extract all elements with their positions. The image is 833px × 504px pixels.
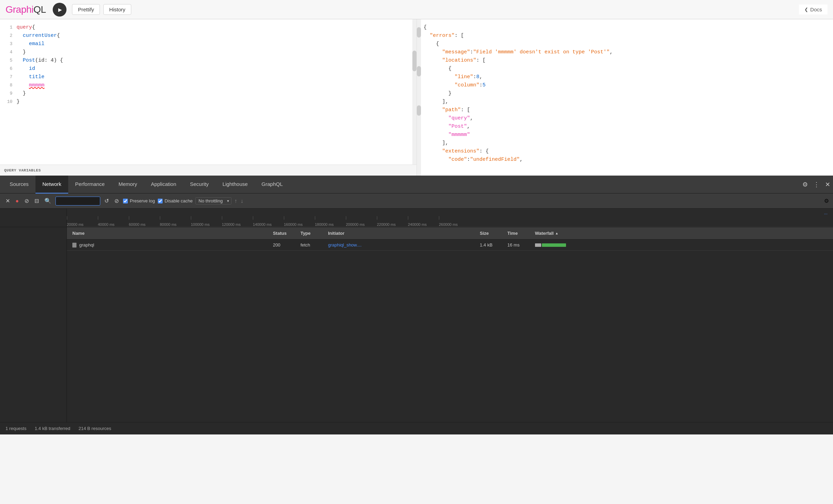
tick-160000: 160000 ms	[284, 222, 302, 227]
close-icon[interactable]: ✕	[825, 181, 830, 188]
query-scrollbar[interactable]	[412, 19, 416, 176]
result-line-7: "line": 8,	[424, 73, 828, 81]
result-line-12: "query",	[424, 114, 828, 123]
graphiql-logo: GraphiQL	[6, 4, 46, 15]
wf-green-bar	[542, 243, 566, 247]
more-icon[interactable]: ⋮	[813, 181, 820, 188]
code-line-5: 5 Post(id: 4) {	[3, 56, 411, 65]
tab-network[interactable]: Network	[35, 176, 68, 193]
tick-240000: 240000 ms	[408, 222, 426, 227]
th-status[interactable]: Status	[270, 231, 298, 236]
result-line-14: "mmmmm"	[424, 131, 828, 139]
file-icon	[72, 243, 76, 248]
table-row[interactable]: graphql 200 fetch graphiql_show.... 1.4 …	[67, 240, 833, 251]
code-line-9: 9 }	[3, 90, 411, 98]
resources-size: 214 B resources	[79, 426, 111, 431]
result-scrollbar-left[interactable]	[417, 19, 421, 176]
preserve-log-checkbox[interactable]: Preserve log	[123, 198, 155, 203]
code-line-6: 6 id	[3, 65, 411, 73]
td-time: 16 ms	[505, 242, 532, 248]
tick-260000: 260000 ms	[439, 222, 457, 227]
th-initiator[interactable]: Initiator	[325, 231, 477, 236]
code-line-7: 7 title	[3, 73, 411, 81]
timeline-area: 20000 ms 40000 ms 60000 ms 80000 ms 1000…	[0, 209, 833, 227]
download-icon: ↓	[240, 198, 243, 204]
upload-icon: ↑	[234, 198, 237, 204]
query-panel[interactable]: 1 query { 2 currentUser { 3 email 4 } 5	[0, 19, 417, 176]
transferred-size: 1.4 kB transferred	[35, 426, 70, 431]
result-line-9: }	[424, 90, 828, 98]
query-variables-bar[interactable]: QUERY VARIABLES	[0, 165, 416, 176]
record-button[interactable]: ●	[14, 197, 20, 206]
tab-security[interactable]: Security	[183, 176, 215, 193]
prettify-button[interactable]: Prettify	[72, 4, 100, 15]
code-line-4: 4 }	[3, 48, 411, 56]
result-line-2: "errors": [	[424, 32, 828, 40]
tick-200000: 200000 ms	[346, 222, 364, 227]
code-line-10: 10 }	[3, 98, 411, 106]
tab-lighthouse[interactable]: Lighthouse	[216, 176, 255, 193]
tab-memory[interactable]: Memory	[112, 176, 144, 193]
devtools-tabs: Sources Network Performance Memory Appli…	[0, 176, 833, 193]
result-line-5: "locations": [	[424, 56, 828, 65]
td-name: graphql	[70, 242, 270, 248]
result-line-13: "Post",	[424, 123, 828, 131]
tick-140000: 140000 ms	[253, 222, 271, 227]
history-button[interactable]: History	[103, 4, 131, 15]
result-line-6: {	[424, 65, 828, 73]
th-name[interactable]: Name	[70, 231, 270, 236]
td-initiator[interactable]: graphiql_show....	[325, 242, 477, 248]
wf-gray-bar	[535, 243, 541, 247]
td-size: 1.4 kB	[477, 242, 505, 248]
timeline-ruler: 20000 ms 40000 ms 60000 ms 80000 ms 1000…	[67, 209, 833, 227]
network-toolbar: ✕ ● ⊘ ⊟ 🔍 ↺ ⊘ Preserve log Disable cache…	[0, 193, 833, 209]
tick-60000: 60000 ms	[129, 222, 145, 227]
tick-220000: 220000 ms	[377, 222, 395, 227]
run-button[interactable]	[53, 3, 66, 17]
filter-input[interactable]	[55, 197, 100, 206]
network-table: Name Status Type Initiator Size Time Wat…	[67, 227, 833, 422]
td-waterfall	[532, 243, 830, 247]
th-type[interactable]: Type	[298, 231, 325, 236]
result-line-3: {	[424, 40, 828, 48]
ruler-more-dots: ···	[824, 211, 827, 216]
stop-button[interactable]: ⊘	[23, 196, 30, 206]
tab-performance[interactable]: Performance	[68, 176, 112, 193]
code-line-1: 1 query {	[3, 23, 411, 32]
th-time[interactable]: Time	[505, 231, 532, 236]
result-code: { "errors": [ { "message": "Field 'mmmmm…	[417, 19, 833, 168]
throttle-selector[interactable]: No throttling	[195, 197, 232, 204]
table-header: Name Status Type Initiator Size Time Wat…	[67, 227, 833, 240]
tick-180000: 180000 ms	[315, 222, 333, 227]
docs-button[interactable]: Docs	[799, 4, 827, 14]
editor-area: 1 query { 2 currentUser { 3 email 4 } 5	[0, 19, 833, 176]
result-line-17: "code": "undefinedField",	[424, 156, 828, 164]
reload-icon[interactable]: ↺	[103, 196, 110, 206]
tick-100000: 100000 ms	[191, 222, 209, 227]
block-icon[interactable]: ⊘	[113, 196, 120, 206]
devtools-panel: Sources Network Performance Memory Appli…	[0, 176, 833, 434]
tab-sources[interactable]: Sources	[3, 176, 35, 193]
tick-20000: 20000 ms	[67, 222, 83, 227]
tick-80000: 80000 ms	[160, 222, 176, 227]
status-bar: 1 requests 1.4 kB transferred 214 B reso…	[0, 422, 833, 434]
th-size[interactable]: Size	[477, 231, 505, 236]
disable-cache-checkbox[interactable]: Disable cache	[158, 198, 193, 203]
result-panel: { "errors": [ { "message": "Field 'mmmmm…	[417, 19, 833, 176]
query-code[interactable]: 1 query { 2 currentUser { 3 email 4 } 5	[0, 19, 416, 110]
result-line-16: "extensions": {	[424, 147, 828, 156]
settings-icon[interactable]: ⚙	[802, 181, 808, 188]
network-settings-icon[interactable]: ⚙	[824, 198, 829, 204]
tab-application[interactable]: Application	[144, 176, 183, 193]
clear-button[interactable]: ✕	[4, 196, 11, 206]
th-waterfall[interactable]: Waterfall	[532, 231, 830, 236]
tick-120000: 120000 ms	[222, 222, 240, 227]
result-line-15: ],	[424, 139, 828, 147]
graphiql-header: GraphiQL Prettify History Docs	[0, 0, 833, 19]
result-line-8: "column": 5	[424, 81, 828, 90]
td-type: fetch	[298, 242, 325, 248]
result-line-1: {	[424, 23, 828, 32]
filter-button[interactable]: ⊟	[33, 196, 40, 206]
search-button[interactable]: 🔍	[43, 196, 53, 206]
tab-graphql[interactable]: GraphQL	[255, 176, 290, 193]
